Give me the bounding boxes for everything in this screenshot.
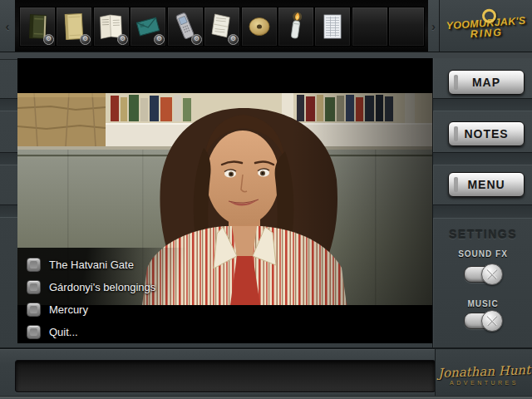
inventory-slot-gold-coin[interactable] (241, 7, 278, 47)
gear-badge-icon: ⚙ (191, 34, 202, 45)
gear-badge-icon: ⚙ (43, 34, 54, 45)
inventory-slot-mobile-phone[interactable]: ⚙ (167, 7, 204, 47)
inventory-slot-teal-envelope[interactable]: ⚙ (130, 7, 166, 47)
lighter-icon (281, 10, 311, 43)
dialogue-bullet-icon[interactable] (27, 258, 41, 272)
game-logo-panel: YOOMURJAK'S RING (439, 0, 532, 52)
inventory-bar: ⚙ ⚙ ⚙ (15, 0, 428, 52)
inventory-slot-green-book[interactable]: ⚙ (19, 7, 56, 47)
dialogue-option-gardonyi-belongings[interactable]: Gárdonyi's belongings (27, 280, 155, 294)
map-button-label: MAP (472, 76, 500, 89)
brand-panel: Jonathan Hunt ADVENTURES (435, 349, 532, 399)
inventory-slot-yellow-notebook[interactable]: ⚙ (56, 7, 92, 47)
toggle-knob[interactable] (481, 310, 503, 332)
menu-button[interactable]: MENU (448, 172, 525, 197)
dialogue-option-label[interactable]: Mercury (49, 303, 88, 316)
music-label: MUSIC (433, 299, 532, 308)
dialogue-bullet-icon[interactable] (27, 303, 41, 317)
gear-badge-icon: ⚙ (154, 34, 165, 45)
game-screen: ‹ ⚙ ⚙ (0, 0, 532, 399)
panel-groove (433, 98, 532, 111)
bottom-edge-highlight (0, 396, 532, 399)
inventory-scroll-right[interactable]: › (428, 0, 439, 52)
bottom-bar: Jonathan Hunt ADVENTURES (0, 347, 532, 399)
chevron-right-icon: › (431, 19, 436, 33)
menu-button-label: MENU (467, 178, 505, 191)
inventory-slot-folded-letter[interactable]: ⚙ (204, 7, 240, 47)
dialogue-bullet-icon[interactable] (27, 325, 41, 339)
dialogue-option-hatvani-gate[interactable]: The Hatvani Gate (27, 258, 134, 272)
adventures-label: ADVENTURES (450, 380, 519, 386)
inventory-slot-lighter[interactable] (278, 7, 314, 47)
notes-button-label: NOTES (464, 127, 508, 140)
yoomurjak-ring-logo: YOOMURJAK'S RING (446, 15, 526, 42)
subtitle-panel (15, 360, 436, 392)
map-button[interactable]: MAP (448, 70, 525, 95)
soundfx-toggle[interactable] (464, 266, 502, 283)
gold-coin-icon (244, 10, 274, 43)
settings-heading: SETTINGS (433, 228, 532, 241)
dialogue-option-quit[interactable]: Quit... (27, 325, 78, 339)
music-toggle[interactable] (464, 313, 502, 329)
dialogue-bullet-icon[interactable] (27, 280, 41, 294)
inventory-slot-timetable-sheet[interactable] (314, 7, 351, 47)
notes-button[interactable]: NOTES (448, 121, 525, 146)
inventory-slot-empty (388, 7, 425, 47)
left-strip-groove (0, 152, 17, 165)
video-player: The Hatvani Gate Gárdonyi's belongings M… (17, 58, 432, 343)
panel-groove (433, 204, 532, 219)
soundfx-label: SOUND FX (433, 249, 532, 259)
right-control-panel: MAP NOTES MENU SETTINGS SOUND FX MUSIC (432, 58, 532, 347)
button-grip (454, 177, 458, 192)
gear-badge-icon: ⚙ (80, 34, 91, 45)
dialogue-option-label[interactable]: Quit... (49, 326, 78, 338)
left-strip-groove (0, 204, 17, 218)
timetable-sheet-icon (318, 10, 347, 43)
button-grip (454, 126, 458, 141)
gear-badge-icon: ⚙ (117, 34, 128, 45)
panel-groove (433, 152, 532, 165)
dialogue-option-label[interactable]: The Hatvani Gate (49, 259, 134, 271)
dialogue-option-mercury[interactable]: Mercury (27, 303, 88, 317)
jonathan-hunt-logo: Jonathan Hunt (438, 362, 531, 381)
inventory-slot-open-document[interactable]: ⚙ (93, 7, 130, 47)
chevron-left-icon: ‹ (6, 19, 10, 33)
dialogue-option-label[interactable]: Gárdonyi's belongings (49, 281, 155, 293)
gear-badge-icon: ⚙ (228, 34, 239, 45)
inventory-slot-empty (352, 7, 388, 47)
toggle-knob[interactable] (481, 264, 503, 285)
left-strip-groove (0, 98, 17, 111)
button-grip (454, 75, 458, 90)
inventory-scroll-left[interactable]: ‹ (0, 0, 15, 52)
